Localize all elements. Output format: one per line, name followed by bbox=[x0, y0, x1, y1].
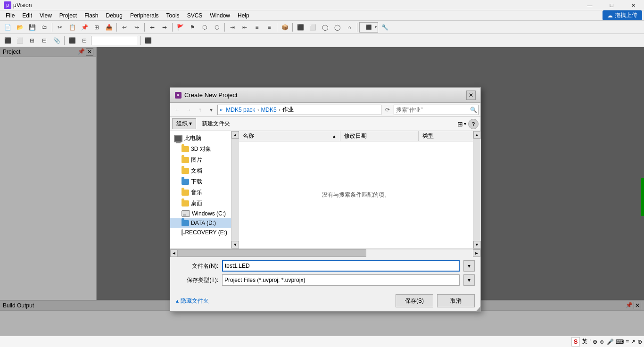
tb-btn5[interactable]: ⊞ bbox=[91, 22, 102, 33]
open-btn[interactable]: 📂 bbox=[14, 22, 25, 33]
filelist-scroll-up[interactable]: ▲ bbox=[473, 131, 481, 139]
sidebar-scrollbar[interactable]: ▲ ▼ bbox=[231, 131, 239, 248]
indent-btn[interactable]: ⇥ bbox=[227, 22, 238, 33]
nav-back-btn[interactable]: ← bbox=[172, 105, 182, 115]
tb-btn19[interactable]: ◯ bbox=[331, 22, 343, 33]
sidebar-downloads[interactable]: 下载 bbox=[170, 176, 231, 187]
filename-input[interactable] bbox=[222, 260, 460, 272]
tb-btn15[interactable]: 📦 bbox=[279, 22, 290, 33]
nav-recent-btn[interactable]: ▾ bbox=[206, 105, 216, 115]
tb2-btn2[interactable]: ⬜ bbox=[14, 35, 25, 46]
sidebar-recovery-e[interactable]: RECOVERY (E:) bbox=[170, 228, 231, 237]
tb-btn17[interactable]: ⬜ bbox=[307, 22, 318, 33]
breadcrumb-mdk5[interactable]: MDK5 bbox=[261, 107, 276, 113]
save-all-btn[interactable]: 🗂 bbox=[39, 22, 50, 33]
dialog-close-btn[interactable]: ✕ bbox=[466, 91, 476, 100]
nav-up-btn[interactable]: ↑ bbox=[195, 105, 205, 115]
tb-btn12[interactable]: ⬡ bbox=[211, 22, 223, 33]
outdent-btn[interactable]: ⇤ bbox=[239, 22, 250, 33]
new-file-btn[interactable]: 📄 bbox=[2, 22, 13, 33]
menu-window[interactable]: Window bbox=[206, 11, 234, 20]
sidebar-3d-objects[interactable]: 3D 对象 bbox=[170, 144, 231, 155]
tb-btn7[interactable]: ⬅ bbox=[147, 22, 158, 33]
paste-btn[interactable]: 📌 bbox=[79, 22, 90, 33]
ime-menu[interactable]: ≡ bbox=[626, 339, 629, 345]
hide-folders-btn[interactable]: ▴ 隐藏文件夹 bbox=[176, 297, 209, 305]
cut-btn[interactable]: ✂ bbox=[54, 22, 66, 33]
col-type[interactable]: 类型 bbox=[419, 131, 473, 141]
tb2-btn5[interactable]: 📎 bbox=[51, 35, 62, 46]
filetype-input[interactable] bbox=[222, 274, 460, 286]
save-btn[interactable]: 💾 bbox=[26, 22, 38, 33]
cancel-button[interactable]: 取消 bbox=[437, 294, 475, 307]
tb2-btn3[interactable]: ⊞ bbox=[26, 35, 38, 46]
tb2-btn7[interactable]: ⊟ bbox=[79, 35, 90, 46]
search-icon[interactable]: 🔍 bbox=[469, 105, 478, 115]
undo-btn[interactable]: ↩ bbox=[119, 22, 130, 33]
tb-btn14[interactable]: ≡ bbox=[264, 22, 275, 33]
ime-mic[interactable]: 🎤 bbox=[607, 339, 614, 345]
menu-peripherals[interactable]: Peripherals bbox=[126, 11, 163, 20]
filelist-scrollbar[interactable]: ▲ ▼ bbox=[473, 131, 480, 248]
menu-tools[interactable]: Tools bbox=[163, 11, 183, 20]
tb2-btn6[interactable]: ⬛ bbox=[66, 35, 78, 46]
menu-flash[interactable]: Flash bbox=[81, 11, 102, 20]
minimize-btn[interactable]: — bbox=[579, 0, 601, 10]
scroll-down-btn[interactable]: ▼ bbox=[231, 241, 239, 248]
maximize-btn[interactable]: □ bbox=[601, 0, 622, 10]
col-name[interactable]: 名称 ▲ bbox=[239, 131, 340, 141]
tb-btn10[interactable]: ⚑ bbox=[187, 22, 198, 33]
hscroll-right[interactable]: ► bbox=[473, 249, 480, 257]
view-btn[interactable]: ⊞ ▾ bbox=[457, 120, 466, 128]
redo-btn[interactable]: ↪ bbox=[131, 22, 142, 33]
new-folder-btn[interactable]: 新建文件夹 bbox=[198, 119, 234, 129]
menu-help[interactable]: Help bbox=[234, 11, 253, 20]
sidebar-music[interactable]: 音乐 bbox=[170, 187, 231, 198]
tb2-btn8[interactable]: ⬛ bbox=[142, 35, 154, 46]
organize-btn[interactable]: 组织 ▾ bbox=[172, 118, 196, 129]
sidebar-pictures[interactable]: 图片 bbox=[170, 155, 231, 165]
ime-upload[interactable]: ↗ bbox=[631, 339, 636, 345]
tb-btn9[interactable]: 🚩 bbox=[174, 22, 186, 33]
breadcrumb-bar[interactable]: « MDK5 pack › MDK5 › 作业 bbox=[217, 105, 381, 115]
close-btn[interactable]: ✕ bbox=[622, 0, 644, 10]
filename-dropdown[interactable]: ▾ bbox=[463, 260, 475, 272]
tb-btn18[interactable]: ◯ bbox=[319, 22, 330, 33]
copy-btn[interactable]: 📋 bbox=[66, 22, 78, 33]
sidebar-desktop[interactable]: 桌面 bbox=[170, 198, 231, 209]
tb-btn11[interactable]: ⬡ bbox=[199, 22, 210, 33]
menu-project[interactable]: Project bbox=[56, 11, 81, 20]
cloud-upload-btn[interactable]: ☁ 拖拽上传 bbox=[603, 10, 642, 20]
save-button[interactable]: 保存(S) bbox=[396, 294, 433, 307]
menu-svcs[interactable]: SVCS bbox=[183, 11, 206, 20]
resize-handle[interactable] bbox=[476, 306, 480, 311]
nav-refresh-btn[interactable]: ⟳ bbox=[382, 105, 393, 115]
tb2-btn4[interactable]: ⊟ bbox=[39, 35, 50, 46]
filelist-scroll-down[interactable]: ▼ bbox=[473, 241, 481, 248]
filetype-dropdown[interactable]: ▾ bbox=[463, 274, 475, 286]
nav-forward-btn[interactable]: → bbox=[183, 105, 194, 115]
search-input[interactable] bbox=[394, 107, 469, 113]
tb-btn20[interactable]: ⌂ bbox=[344, 22, 355, 33]
tb-btn6[interactable]: 📥 bbox=[103, 22, 115, 33]
menu-debug[interactable]: Debug bbox=[102, 11, 126, 20]
tb2-btn1[interactable]: ⬛ bbox=[2, 35, 13, 46]
tb-btn13[interactable]: ≡ bbox=[251, 22, 263, 33]
wrench-btn[interactable]: 🔧 bbox=[379, 22, 390, 33]
hscroll-left[interactable]: ◄ bbox=[170, 249, 178, 257]
ime-keyboard[interactable]: ⌨ bbox=[616, 339, 624, 345]
sidebar-windows-c[interactable]: Windows (C:) bbox=[170, 209, 231, 218]
scroll-up-btn[interactable]: ▲ bbox=[231, 131, 239, 139]
col-date[interactable]: 修改日期 bbox=[340, 131, 419, 141]
tb-btn16[interactable]: ⬛ bbox=[295, 22, 306, 33]
ime-plus[interactable]: ⊕ bbox=[637, 339, 642, 345]
sidebar-documents[interactable]: 文档 bbox=[170, 165, 231, 176]
menu-edit[interactable]: Edit bbox=[18, 11, 36, 20]
target-select[interactable] bbox=[91, 36, 138, 45]
menu-view[interactable]: View bbox=[36, 11, 56, 20]
sidebar-data-d[interactable]: DATA (D:) bbox=[170, 218, 231, 228]
ime-input-mode[interactable]: ⊕ bbox=[593, 339, 597, 345]
menu-file[interactable]: File bbox=[2, 11, 18, 20]
sidebar-computer[interactable]: 此电脑 bbox=[170, 133, 231, 144]
ime-smiley[interactable]: ☺ bbox=[599, 339, 605, 345]
